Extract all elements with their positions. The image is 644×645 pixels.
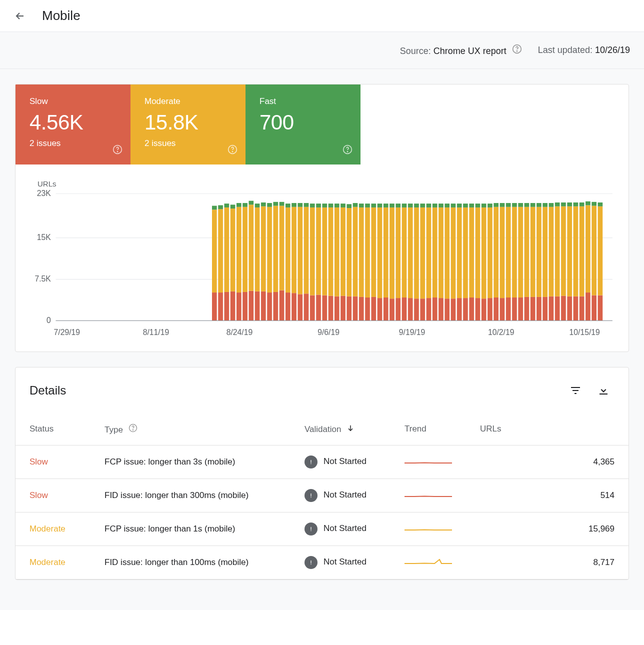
svg-rect-96 [371, 204, 376, 208]
table-row[interactable]: Slow FID issue: longer than 300ms (mobil… [16, 478, 628, 512]
updated-label: Last updated: [538, 45, 592, 55]
svg-text:8/24/19: 8/24/19 [226, 328, 252, 336]
svg-text:9/6/19: 9/6/19 [318, 328, 340, 336]
chart-area: URLs 07.5K15K23K7/29/198/11/198/24/199/6… [16, 164, 628, 352]
trend-sparkline [390, 478, 466, 512]
svg-rect-61 [304, 294, 309, 320]
svg-rect-148 [482, 298, 486, 320]
filter-icon [570, 384, 582, 396]
col-validation-label: Validation [304, 424, 341, 434]
svg-rect-60 [298, 203, 302, 207]
status-badge: Moderate [30, 558, 66, 567]
svg-rect-113 [408, 208, 413, 298]
svg-rect-63 [304, 203, 309, 207]
help-icon[interactable] [342, 144, 352, 156]
summary-fast[interactable]: Fast 700 [246, 84, 360, 164]
filter-button[interactable] [564, 380, 586, 402]
svg-rect-142 [469, 298, 474, 320]
url-trend-chart: 07.5K15K23K7/29/198/11/198/24/199/6/199/… [26, 190, 618, 342]
svg-rect-46 [273, 292, 278, 320]
svg-rect-29 [236, 207, 242, 292]
svg-rect-191 [567, 206, 572, 296]
help-icon[interactable] [512, 44, 522, 54]
svg-rect-132 [444, 204, 450, 208]
svg-rect-30 [236, 203, 242, 207]
svg-rect-108 [396, 204, 400, 208]
svg-rect-129 [438, 204, 444, 208]
issue-type: FID issue: longer than 300ms (mobile) [90, 478, 290, 512]
svg-rect-64 [310, 296, 315, 321]
svg-text:10/2/19: 10/2/19 [488, 328, 514, 336]
col-urls[interactable]: URLs [466, 414, 628, 446]
download-button[interactable] [592, 380, 614, 402]
help-icon[interactable] [128, 424, 138, 432]
col-trend[interactable]: Trend [390, 414, 466, 446]
svg-rect-177 [536, 203, 542, 207]
col-status[interactable]: Status [16, 414, 90, 446]
svg-rect-49 [280, 290, 284, 321]
svg-rect-97 [378, 298, 382, 320]
svg-rect-41 [261, 206, 266, 292]
chart-card: Slow 4.56K 2 issues Moderate 15.8K 2 iss… [15, 84, 629, 352]
svg-text:15K: 15K [37, 233, 51, 242]
svg-rect-90 [359, 204, 364, 208]
svg-rect-168 [518, 203, 523, 207]
svg-rect-197 [580, 206, 584, 296]
back-button[interactable] [8, 4, 32, 28]
svg-rect-183 [549, 203, 554, 207]
svg-rect-154 [494, 298, 498, 320]
svg-rect-161 [506, 207, 511, 298]
svg-rect-25 [230, 292, 236, 321]
summary-moderate-value: 15.8K [144, 110, 232, 134]
details-title: Details [30, 384, 558, 398]
svg-rect-160 [506, 298, 511, 320]
svg-rect-175 [536, 297, 542, 321]
meta-bar: Source: Chrome UX report Last updated: 1… [0, 32, 644, 69]
svg-rect-120 [420, 204, 425, 208]
summary-slow-issues: 2 issues [30, 138, 116, 148]
svg-rect-22 [224, 292, 229, 320]
svg-rect-111 [402, 204, 407, 208]
svg-rect-72 [322, 204, 327, 208]
svg-rect-163 [512, 298, 517, 320]
svg-rect-187 [561, 296, 566, 321]
svg-rect-151 [488, 298, 492, 320]
url-count: 514 [466, 478, 628, 512]
svg-rect-92 [365, 208, 370, 298]
svg-rect-101 [384, 208, 388, 298]
svg-rect-137 [457, 208, 462, 298]
svg-rect-193 [574, 296, 578, 321]
trend-sparkline [390, 546, 466, 579]
url-count: 4,365 [466, 445, 628, 478]
validation-cell: Not Started [290, 512, 390, 546]
svg-rect-125 [432, 208, 438, 298]
summary-row: Slow 4.56K 2 issues Moderate 15.8K 2 iss… [16, 84, 628, 164]
svg-rect-107 [396, 208, 400, 298]
svg-rect-85 [353, 296, 358, 321]
svg-rect-176 [536, 207, 542, 297]
svg-rect-80 [340, 208, 346, 296]
svg-rect-83 [346, 208, 352, 296]
table-row[interactable]: Slow FCP issue: longer than 3s (mobile) … [16, 445, 628, 478]
svg-rect-89 [359, 208, 364, 297]
svg-rect-38 [255, 208, 260, 292]
issue-type: FID issue: longer than 100ms (mobile) [90, 546, 290, 579]
summary-slow[interactable]: Slow 4.56K 2 issues [16, 84, 130, 164]
chart-ylabel: URLs [38, 180, 618, 188]
summary-moderate-issues: 2 issues [144, 138, 232, 148]
summary-moderate[interactable]: Moderate 15.8K 2 issues [130, 84, 246, 164]
help-icon[interactable] [112, 144, 122, 156]
svg-rect-188 [561, 206, 566, 296]
svg-rect-152 [488, 208, 492, 298]
col-validation[interactable]: Validation [290, 414, 390, 446]
col-type[interactable]: Type [90, 414, 290, 446]
table-row[interactable]: Moderate FID issue: longer than 100ms (m… [16, 546, 628, 579]
help-icon[interactable] [228, 144, 238, 156]
svg-rect-84 [346, 204, 352, 208]
svg-rect-37 [255, 292, 260, 321]
table-row[interactable]: Moderate FCP issue: longer than 1s (mobi… [16, 512, 628, 546]
updated-value: 10/26/19 [595, 45, 630, 55]
svg-rect-119 [420, 208, 425, 298]
svg-rect-116 [414, 208, 419, 298]
sort-down-icon [346, 424, 354, 434]
